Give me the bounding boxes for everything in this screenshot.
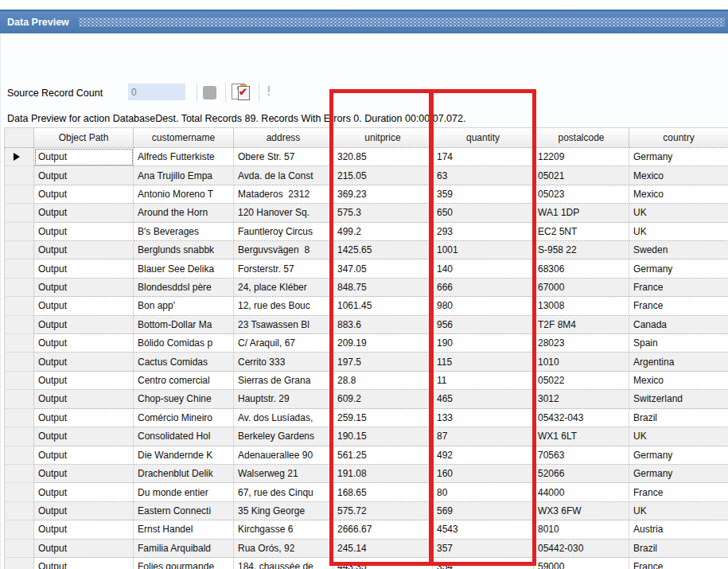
cell-customername[interactable]: Blondesddsl père [134, 279, 234, 297]
cell-country[interactable]: Mexico [629, 372, 728, 390]
cell-postalcode[interactable]: 13008 [534, 297, 629, 315]
cell-unitprice[interactable]: 883.6 [333, 316, 433, 334]
cell-postalcode[interactable]: 59000 [534, 558, 629, 569]
cell-quantity[interactable]: 359 [433, 185, 534, 204]
table-row[interactable]: OutputB's BeveragesFauntleroy Circus499.… [4, 223, 728, 241]
cell-postalcode[interactable]: 05021 [534, 166, 629, 185]
cell-postalcode[interactable]: WA1 1DP [534, 204, 629, 222]
cell-customername[interactable]: Du monde entier [134, 483, 234, 501]
cell-object-path[interactable]: Output [34, 166, 134, 185]
cell-customername[interactable]: Ernst Handel [134, 520, 234, 539]
cell-object-path[interactable]: Output [34, 334, 134, 353]
table-row[interactable]: OutputFolies gourmande184, chaussée de44… [4, 558, 728, 569]
cell-address[interactable]: C/ Araquil, 67 [234, 334, 333, 353]
cell-postalcode[interactable]: 05022 [534, 372, 629, 390]
cell-country[interactable]: Brazil [629, 409, 728, 427]
cell-object-path[interactable]: Output [34, 427, 134, 446]
cell-customername[interactable]: Cactus Comidas [134, 353, 234, 371]
cell-country[interactable]: UK [629, 223, 728, 241]
cell-address[interactable]: Av. dos Lusíadas, [234, 409, 333, 427]
cell-postalcode[interactable]: 05432-043 [534, 409, 629, 427]
cell-customername[interactable]: Chop-suey Chine [134, 390, 234, 408]
stop-square-icon[interactable] [203, 86, 216, 99]
source-record-count-input[interactable] [128, 84, 185, 100]
table-row[interactable]: OutputDrachenblut DelikWalserweg 21191.0… [4, 465, 728, 483]
cell-object-path[interactable]: Output [34, 353, 134, 371]
cell-address[interactable]: Fauntleroy Circus [234, 223, 333, 241]
cell-object-path[interactable]: Output [34, 540, 134, 558]
cell-address[interactable]: Obere Str. 57 [234, 148, 333, 166]
cell-quantity[interactable]: 569 [433, 502, 534, 520]
row-selector-cell[interactable] [4, 427, 34, 446]
cell-unitprice[interactable]: 561.25 [333, 446, 433, 465]
cell-country[interactable]: Argentina [629, 353, 728, 371]
table-row[interactable]: OutputComércio MineiroAv. dos Lusíadas,2… [4, 409, 728, 427]
cell-customername[interactable]: Folies gourmande [134, 558, 234, 569]
cell-quantity[interactable]: 63 [433, 166, 534, 185]
cell-country[interactable]: Brazil [629, 540, 728, 558]
column-header-country[interactable]: country [629, 127, 728, 148]
cell-unitprice[interactable]: 575.3 [333, 204, 433, 222]
cell-customername[interactable]: Ana Trujillo Empa [134, 166, 234, 185]
cell-object-path[interactable]: Output [34, 297, 134, 315]
cell-country[interactable]: UK [629, 502, 728, 520]
cell-address[interactable]: Avda. de la Const [234, 166, 333, 185]
cell-quantity[interactable]: 140 [433, 259, 534, 278]
cell-unitprice[interactable]: 28.8 [333, 372, 433, 390]
cell-postalcode[interactable]: 12209 [534, 148, 629, 166]
cell-postalcode[interactable]: 1010 [534, 353, 629, 371]
cell-customername[interactable]: Consolidated Hol [134, 427, 234, 446]
cell-country[interactable]: Germany [629, 446, 728, 465]
cell-country[interactable]: France [629, 297, 728, 315]
cell-unitprice[interactable]: 347.05 [333, 259, 433, 278]
cell-unitprice[interactable]: 443.35 [333, 558, 433, 569]
cell-country[interactable]: UK [629, 204, 728, 222]
cell-unitprice[interactable]: 191.08 [333, 465, 433, 483]
row-selector-cell[interactable] [4, 166, 34, 185]
cell-country[interactable]: UK [629, 427, 728, 446]
cell-unitprice[interactable]: 215.05 [333, 166, 433, 185]
cell-country[interactable]: Germany [629, 465, 728, 483]
cell-postalcode[interactable]: 70563 [534, 446, 629, 465]
table-row[interactable]: OutputBlauer See DelikaForsterstr. 57347… [4, 259, 728, 278]
cell-country[interactable]: France [629, 483, 728, 501]
table-row[interactable]: OutputDie Wandernde KAdenauerallee 90561… [4, 446, 728, 465]
table-row[interactable]: OutputEastern Connecti35 King George575.… [4, 502, 728, 520]
cell-object-path[interactable]: Output [34, 502, 134, 520]
cell-customername[interactable]: Die Wandernde K [134, 446, 234, 465]
cell-customername[interactable]: Centro comercial [134, 372, 234, 390]
cell-quantity[interactable]: 160 [433, 465, 534, 483]
table-row[interactable]: OutputBon app'12, rue des Bouc1061.45980… [4, 297, 728, 315]
cell-postalcode[interactable]: 28023 [534, 334, 629, 353]
cell-country[interactable]: Spain [629, 334, 728, 353]
cell-address[interactable]: Sierras de Grana [234, 372, 333, 390]
row-selector-cell[interactable] [4, 148, 34, 166]
cell-address[interactable]: Walserweg 21 [234, 465, 333, 483]
row-selector-cell[interactable] [4, 204, 34, 222]
table-row[interactable]: OutputAround the Horn120 Hanover Sq.575.… [4, 204, 728, 222]
cell-unitprice[interactable]: 369.23 [333, 185, 433, 204]
cell-country[interactable]: Germany [629, 148, 728, 166]
row-selector-cell[interactable] [4, 297, 34, 315]
cell-unitprice[interactable]: 320.85 [333, 148, 433, 166]
cell-address[interactable]: Mataderos 2312 [234, 185, 333, 204]
cell-country[interactable]: Germany [629, 259, 728, 278]
cell-address[interactable]: 23 Tsawassen Bl [234, 316, 333, 334]
cell-object-path[interactable]: Output [34, 520, 134, 539]
cell-unitprice[interactable]: 575.72 [333, 502, 433, 520]
cell-unitprice[interactable]: 609.2 [333, 390, 433, 408]
row-selector-header[interactable] [4, 127, 34, 148]
cell-postalcode[interactable]: T2F 8M4 [534, 316, 629, 334]
cell-customername[interactable]: Alfreds Futterkiste [134, 148, 234, 166]
cell-object-path[interactable]: Output [34, 390, 134, 408]
cell-quantity[interactable]: 115 [433, 353, 534, 371]
cell-address[interactable]: Adenauerallee 90 [234, 446, 333, 465]
table-row[interactable]: OutputAntonio Moreno TMataderos 2312369.… [4, 185, 728, 204]
cell-quantity[interactable]: 465 [433, 390, 534, 408]
cell-object-path[interactable]: Output [34, 372, 134, 390]
cell-country[interactable]: France [629, 279, 728, 297]
cell-customername[interactable]: Antonio Moreno T [134, 185, 234, 204]
cell-address[interactable]: Berkeley Gardens [234, 427, 333, 446]
cell-customername[interactable]: Familia Arquibald [134, 540, 234, 558]
table-row[interactable]: OutputBólido Comidas pC/ Araquil, 67209.… [4, 334, 728, 353]
